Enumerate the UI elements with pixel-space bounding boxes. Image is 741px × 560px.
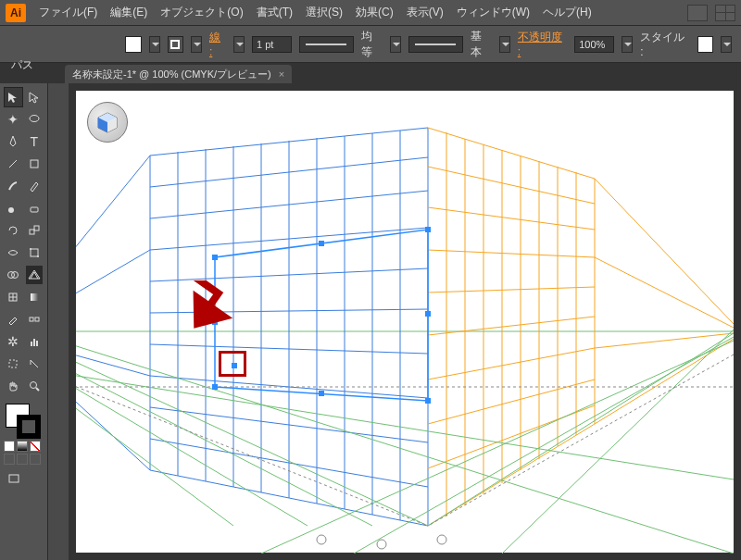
blend-tool[interactable] [25, 309, 44, 330]
document-tab[interactable]: 名称未設定-1* @ 100% (CMYK/プレビュー) × [65, 65, 292, 83]
menu-help[interactable]: ヘルプ(H) [543, 5, 592, 20]
blob-brush-tool[interactable] [4, 198, 23, 218]
color-mode-color[interactable] [4, 441, 15, 452]
eyedropper-tool[interactable] [4, 309, 23, 330]
direct-selection-tool[interactable] [25, 87, 44, 107]
stroke-cap-dropdown[interactable] [390, 36, 401, 53]
svg-line-83 [76, 331, 734, 554]
svg-line-72 [595, 257, 734, 328]
symbol-sprayer-tool[interactable]: ✲ [4, 331, 23, 352]
workspace-switcher-button[interactable] [687, 5, 708, 21]
svg-rect-16 [30, 317, 33, 321]
scale-tool[interactable] [25, 220, 44, 241]
line-tool[interactable] [4, 154, 23, 174]
document-window [76, 91, 734, 553]
svg-rect-7 [31, 249, 38, 256]
opacity-label[interactable]: 不透明度 : [518, 30, 567, 58]
svg-point-98 [317, 535, 326, 544]
arrange-documents-button[interactable] [715, 5, 735, 21]
annotation-arrow [169, 280, 252, 355]
close-icon[interactable]: × [279, 68, 284, 80]
svg-line-80 [354, 337, 734, 554]
free-transform-tool[interactable] [25, 243, 44, 263]
svg-line-65 [428, 250, 595, 257]
color-mode-none[interactable] [30, 441, 41, 452]
width-tool[interactable] [4, 243, 23, 263]
svg-rect-94 [319, 391, 324, 396]
svg-line-50 [76, 342, 150, 376]
svg-rect-92 [425, 311, 431, 317]
zoom-tool[interactable] [25, 376, 44, 396]
svg-point-100 [437, 535, 446, 544]
svg-rect-5 [30, 230, 34, 234]
pen-tool[interactable] [4, 131, 23, 152]
draw-inside[interactable] [30, 454, 41, 465]
selection-tool[interactable] [4, 87, 23, 107]
svg-point-99 [377, 540, 386, 549]
annotation-highlight-box [219, 351, 246, 377]
stroke-swatch[interactable] [168, 36, 184, 53]
opacity-dropdown[interactable] [622, 36, 633, 53]
svg-line-63 [428, 167, 595, 204]
stroke-profile-dropdown[interactable] [499, 36, 510, 53]
menu-window[interactable]: ウィンドウ(W) [457, 5, 530, 20]
slice-tool[interactable] [25, 354, 44, 374]
svg-rect-24 [9, 475, 19, 482]
artboard-tool[interactable] [4, 354, 23, 374]
svg-rect-17 [35, 317, 39, 321]
stroke-width-stepper[interactable] [233, 36, 245, 53]
stroke-dash-preview[interactable] [299, 36, 354, 53]
shape-builder-tool[interactable] [4, 265, 23, 285]
fill-dropdown[interactable] [149, 36, 160, 53]
mesh-tool[interactable] [4, 287, 23, 307]
style-dropdown[interactable] [721, 36, 732, 53]
svg-line-71 [595, 179, 734, 324]
style-swatch[interactable] [697, 36, 714, 53]
stroke-dropdown[interactable] [191, 36, 202, 53]
opacity-field[interactable]: 100% [574, 36, 614, 53]
stroke-profile-preview[interactable] [408, 36, 463, 53]
menu-effect[interactable]: 効果(C) [356, 5, 394, 20]
tools-panel: ✦ T ✲ [0, 83, 48, 560]
menu-object[interactable]: オブジェクト(O) [160, 5, 243, 20]
cube-icon [94, 109, 120, 135]
svg-rect-18 [31, 342, 32, 346]
column-graph-tool[interactable] [25, 331, 44, 352]
color-mode-gradient[interactable] [17, 441, 28, 452]
type-tool[interactable]: T [25, 131, 44, 152]
draw-behind[interactable] [17, 454, 28, 465]
gradient-tool[interactable] [25, 287, 44, 307]
svg-line-1 [9, 160, 17, 168]
svg-point-3 [8, 207, 14, 213]
perspective-plane-widget[interactable] [87, 102, 128, 143]
draw-normal[interactable] [4, 454, 15, 465]
stroke-label[interactable]: 線 : [209, 30, 226, 58]
svg-line-64 [428, 207, 595, 230]
artboard[interactable] [76, 91, 734, 553]
svg-point-0 [30, 116, 39, 122]
fill-swatch[interactable] [125, 36, 142, 53]
menu-view[interactable]: 表示(V) [407, 5, 444, 20]
magic-wand-tool[interactable]: ✦ [4, 109, 23, 130]
svg-rect-15 [31, 293, 38, 301]
perspective-grid-tool[interactable] [25, 265, 44, 285]
hand-tool[interactable] [4, 376, 23, 396]
pencil-tool[interactable] [25, 176, 44, 196]
screen-mode-button[interactable] [4, 468, 24, 489]
lasso-tool[interactable] [25, 109, 44, 130]
eraser-tool[interactable] [25, 198, 44, 218]
svg-line-49 [76, 250, 150, 320]
rotate-tool[interactable] [4, 220, 23, 241]
menu-edit[interactable]: 編集(E) [110, 5, 147, 20]
document-tab-bar: 名称未設定-1* @ 100% (CMYK/プレビュー) × [0, 63, 741, 83]
menu-type[interactable]: 書式(T) [257, 5, 293, 20]
rectangle-tool[interactable] [25, 154, 44, 174]
stroke-well[interactable] [17, 415, 41, 439]
color-wells[interactable] [4, 402, 44, 439]
paintbrush-tool[interactable] [4, 176, 23, 196]
svg-line-69 [428, 380, 595, 424]
menu-file[interactable]: ファイル(F) [39, 5, 97, 20]
stroke-width-field[interactable]: 1 pt [252, 36, 292, 53]
menu-select[interactable]: 選択(S) [306, 5, 343, 20]
svg-rect-89 [212, 255, 218, 260]
